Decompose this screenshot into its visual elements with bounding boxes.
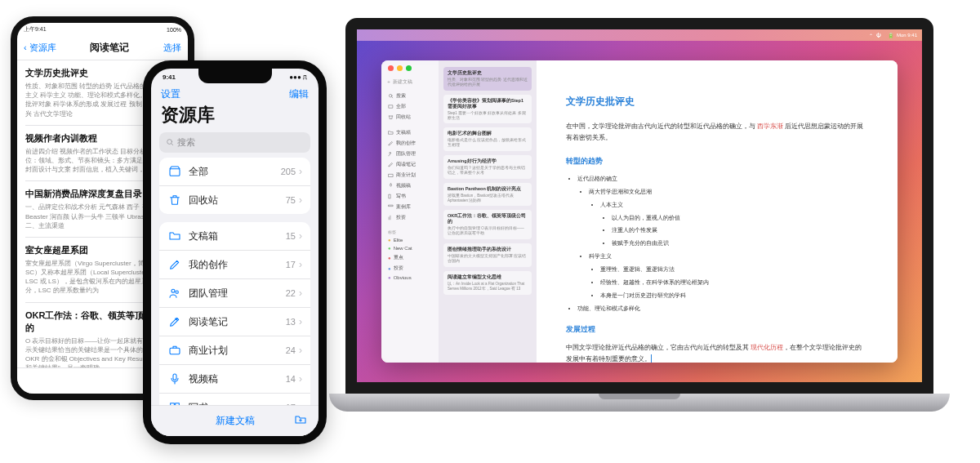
sidebar-tag[interactable]: ●重点 — [386, 252, 434, 263]
mic-icon — [167, 372, 182, 386]
document-view[interactable]: 文学历史批评史 在中国，文学理论批评由古代向近代的转型和近代品格的确立，与 西学… — [537, 60, 898, 363]
folder-row[interactable]: 商业计划 24 › — [159, 336, 310, 365]
chevron-right-icon: › — [299, 230, 302, 242]
minimize-icon[interactable] — [397, 65, 403, 71]
folder-row[interactable]: 我的创作 17 › — [159, 251, 310, 279]
sidebar-folder[interactable]: 文稿箱 — [386, 127, 434, 138]
sidebar-folder[interactable]: 投资 — [386, 212, 434, 223]
sidebar-trash[interactable]: 回收站 — [386, 112, 434, 122]
heading: 转型的趋势 — [566, 155, 868, 167]
search-icon — [166, 138, 174, 148]
status-battery: 100% — [167, 27, 181, 33]
doc-title: 文学历史批评史 — [566, 93, 868, 109]
page-title: 阅读笔记 — [90, 41, 129, 55]
top-section: 全部 205 › 回收站 75 › — [159, 158, 310, 214]
list-item[interactable]: Bastion Pantheon 机制的设计亮点 游戏里 Bastion，Bas… — [443, 183, 532, 207]
search-input[interactable]: 搜索 — [159, 132, 310, 153]
notch — [198, 69, 272, 83]
menubar-right: ⌃⏻🔋Mon 9:41 — [869, 33, 917, 38]
folder-row[interactable]: 视频稿 14 › — [159, 365, 310, 394]
inbox-icon — [167, 164, 182, 179]
svg-point-2 — [172, 289, 175, 292]
svg-rect-12 — [389, 205, 393, 206]
select-button[interactable]: 选择 — [163, 42, 181, 54]
chevron-right-icon: › — [299, 194, 302, 206]
sidebar-all[interactable]: 全部 — [386, 101, 434, 112]
list-item[interactable]: 阅读建立常编型文化思维 以：An Inside Look at a Flat O… — [443, 271, 532, 295]
svg-point-7 — [389, 94, 392, 97]
menubar: ⌃⏻🔋Mon 9:41 — [357, 29, 922, 41]
all-row[interactable]: 全部 205 › — [159, 158, 310, 186]
list-item[interactable]: Amusing好行为经济学 你们知道吗？这些是关于学的思考与主线铛铛之，带来整个… — [443, 155, 532, 179]
new-doc-button[interactable]: ＋ 新建文稿 — [386, 78, 434, 86]
folder-row[interactable]: 阅读笔记 13 › — [159, 308, 310, 336]
back-button[interactable]: ‹ 资源库 — [24, 42, 56, 54]
desktop: ＋ 新建文稿 搜索 全部 回收站 文稿箱 我的创作 团队管理 阅读笔记 商业计划… — [357, 41, 922, 382]
chevron-right-icon: › — [299, 316, 302, 327]
fullscreen-icon[interactable] — [406, 65, 412, 71]
briefcase-icon — [167, 343, 182, 358]
svg-rect-5 — [173, 374, 176, 380]
folder-icon — [167, 229, 182, 243]
app-window: ＋ 新建文稿 搜索 全部 回收站 文稿箱 我的创作 团队管理 阅读笔记 商业计划… — [381, 60, 898, 363]
sidebar-tag[interactable]: ●投资 — [386, 263, 434, 274]
add-folder-icon[interactable] — [294, 413, 307, 429]
chevron-right-icon: › — [299, 166, 302, 177]
nav-bar: ‹ 资源库 阅读笔记 选择 — [17, 36, 188, 60]
list-item[interactable]: 《学你美容校》策划阅课事的Step1 需要阅好故事 Step1 需要一个好故事 … — [443, 95, 532, 124]
svg-rect-11 — [390, 184, 392, 186]
folder-row[interactable]: 团队管理 22 › — [159, 279, 310, 308]
close-icon[interactable] — [388, 65, 394, 71]
sidebar-folder[interactable]: 写书 — [386, 191, 434, 202]
sidebar-tag[interactable]: ●Obvious — [386, 274, 434, 282]
paragraph: 中国文学理论批评近代品格的确立，它由古代向近代的转型及其 现代化历程，在整个文学… — [566, 342, 868, 363]
sidebar-folder[interactable]: 我的创作 — [386, 138, 434, 149]
phone-front: 9:41 ●●● ⎍ 设置 编辑 资源库 搜索 全部 205 › 回收站 75 … — [143, 60, 327, 444]
status-icons: ●●● ⎍ — [289, 73, 307, 81]
sidebar-folder[interactable]: 商业计划 — [386, 170, 434, 180]
sidebar-tag[interactable]: ●Elite — [386, 236, 434, 244]
list-item[interactable]: 图创情绪推理助手的系统设计 中国研发的文大模型支持国产化部署 应该结合国内 — [443, 243, 532, 267]
folder-row[interactable]: 文稿箱 15 › — [159, 222, 310, 251]
sidebar-tags-header: 标签 — [386, 228, 434, 236]
list-item[interactable]: 文学历史批评史 性质、对象和范围 转型的趋势 近代思潮和近代批评始给的开展 — [443, 67, 532, 91]
list-item[interactable]: OKR工作法：谷歌、领英等顶级公司的 执行中的自我管理 O表示目标好的目标——让… — [443, 210, 532, 239]
sidebar-folder[interactable]: 团队管理 — [386, 149, 434, 159]
sidebar-folder[interactable]: 案例库 — [386, 202, 434, 212]
status-time: 上午9:41 — [24, 25, 47, 33]
trash-icon — [167, 193, 182, 207]
chevron-right-icon: › — [299, 373, 302, 385]
settings-button[interactable]: 设置 — [161, 87, 180, 101]
chevron-right-icon: › — [299, 287, 302, 299]
bullet-list: 近代品格的确立 两大哲学思潮和文化思潮 人本主义 以人为目的，重视人的价值 注重… — [566, 174, 868, 314]
sidebar-tag[interactable]: ●New Cat — [386, 244, 434, 252]
page-title: 资源库 — [151, 103, 318, 132]
list-item[interactable]: 电影艺术的舞台图解 电影格式是什么 应该把作品，放映来给形式互相理 — [443, 127, 532, 151]
svg-point-3 — [176, 291, 178, 293]
chevron-right-icon: › — [299, 345, 302, 356]
trash-row[interactable]: 回收站 75 › — [159, 186, 310, 214]
toolbar: 新建文稿 — [151, 405, 318, 436]
sidebar-folder[interactable]: 阅读笔记 — [386, 159, 434, 170]
svg-rect-1 — [170, 169, 180, 176]
sidebar-search[interactable]: 搜索 — [386, 91, 434, 101]
note-list: 文学历史批评史 性质、对象和范围 转型的趋势 近代思潮和近代批评始给的开展 《学… — [439, 60, 537, 363]
pen-icon — [167, 257, 182, 272]
heading: 发展过程 — [566, 323, 868, 336]
edit-button[interactable]: 编辑 — [289, 87, 309, 101]
new-doc-button[interactable]: 新建文稿 — [216, 414, 255, 428]
svg-rect-4 — [170, 348, 180, 354]
app-sidebar: ＋ 新建文稿 搜索 全部 回收站 文稿箱 我的创作 团队管理 阅读笔记 商业计划… — [381, 60, 439, 363]
svg-rect-8 — [389, 105, 393, 109]
status-bar: 上午9:41 100% — [17, 23, 188, 36]
traffic-lights[interactable] — [388, 65, 412, 71]
team-icon — [167, 286, 182, 301]
laptop-base — [329, 394, 950, 412]
paragraph: 在中国，文学理论批评由古代向近代的转型和近代品格的确立，与 西学东渐 后近代思想… — [566, 121, 868, 143]
svg-point-9 — [390, 152, 391, 154]
svg-rect-10 — [389, 174, 393, 176]
laptop-screen: ⌃⏻🔋Mon 9:41 ＋ 新建文稿 搜索 全部 回收站 文稿箱 我 — [345, 18, 933, 394]
note-icon — [167, 314, 182, 329]
nav-bar: 设置 编辑 — [151, 81, 318, 103]
sidebar-folder[interactable]: 视频稿 — [386, 180, 434, 191]
